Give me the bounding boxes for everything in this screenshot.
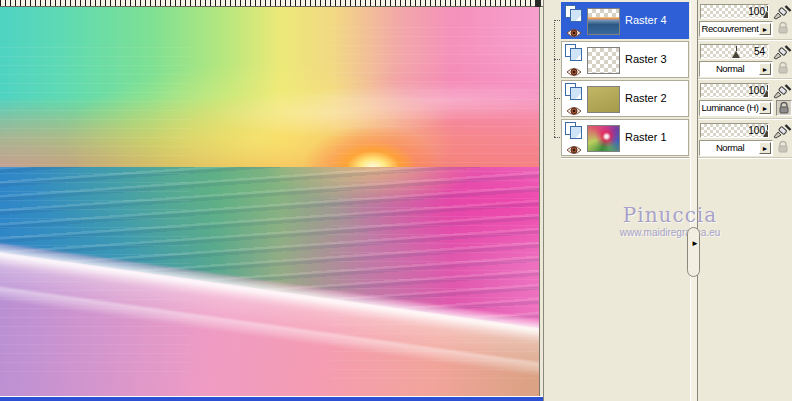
visibility-eye-icon[interactable] — [566, 25, 582, 37]
brush-icon[interactable] — [772, 82, 792, 99]
splitter-arrow-icon: ► — [691, 239, 699, 249]
blend-mode-dropdown[interactable]: Normal ► — [699, 61, 773, 77]
opacity-slider-marker[interactable] — [732, 46, 741, 58]
raster-layer-icon — [565, 44, 583, 61]
blend-mode-value: Normal — [701, 142, 759, 154]
ruler-position-marker — [535, 0, 541, 7]
blend-mode-dropdown[interactable]: Recouvrement ► — [699, 21, 773, 37]
canvas-area — [0, 0, 543, 401]
lock-icon[interactable] — [776, 21, 792, 37]
brush-icon[interactable] — [772, 3, 792, 20]
brush-icon[interactable] — [772, 122, 792, 139]
opacity-slider-marker[interactable] — [763, 85, 769, 97]
layer-thumbnail[interactable] — [587, 47, 620, 74]
layer-thumbnail[interactable] — [587, 125, 620, 152]
layer-thumbnail[interactable] — [587, 86, 620, 113]
blend-mode-dropdown[interactable]: Luminance (H) ► — [699, 100, 773, 116]
blend-mode-value: Normal — [701, 63, 759, 75]
layer-name: Raster 3 — [625, 53, 667, 65]
panel-splitter[interactable]: ► — [690, 0, 698, 401]
blend-mode-value: Luminance (H) — [701, 102, 759, 114]
sky-gradient — [0, 7, 539, 169]
layer-props-raster2: 100 Luminance (H) ► — [698, 82, 792, 118]
opacity-slider[interactable]: 100 — [700, 123, 769, 138]
lock-icon[interactable] — [776, 140, 792, 156]
blend-mode-value: Recouvrement — [701, 23, 759, 35]
layer-row-raster3[interactable]: Raster 3 — [561, 41, 689, 78]
layer-props-raster3: 54 Normal ► — [698, 43, 792, 79]
layer-properties-panel: 100 Recouvrement ► 54 Normal ► — [698, 0, 792, 401]
rows-bottom-divider — [561, 157, 689, 159]
dropdown-arrow-icon[interactable]: ► — [759, 142, 771, 154]
raster-layer-icon — [565, 122, 583, 139]
layer-link-line — [554, 20, 555, 137]
dropdown-arrow-icon[interactable]: ► — [759, 23, 771, 35]
lock-icon[interactable] — [776, 61, 792, 77]
layer-row-raster1[interactable]: Raster 1 — [561, 119, 689, 156]
layer-props-raster4: 100 Recouvrement ► — [698, 3, 792, 39]
layer-thumbnail[interactable] — [587, 8, 620, 35]
brush-icon[interactable] — [772, 43, 792, 60]
layer-row-raster2[interactable]: Raster 2 — [561, 80, 689, 117]
layer-row-raster4[interactable]: Raster 4 — [561, 2, 689, 39]
horizontal-ruler — [0, 0, 543, 7]
visibility-eye-icon[interactable] — [566, 142, 582, 154]
visibility-eye-icon[interactable] — [566, 103, 582, 115]
dropdown-arrow-icon[interactable]: ► — [759, 102, 771, 114]
opacity-slider-marker[interactable] — [763, 6, 769, 18]
raster-layer-icon — [565, 83, 583, 100]
opacity-slider[interactable]: 100 — [700, 4, 769, 19]
layer-name: Raster 4 — [625, 14, 667, 26]
opacity-slider[interactable]: 54 — [700, 44, 769, 59]
visibility-eye-icon[interactable] — [566, 64, 582, 76]
lock-icon[interactable] — [776, 100, 792, 116]
layers-palette: Raster 4 Raster 3 Raster 2 Raster 1 — [543, 0, 690, 401]
splitter-handle[interactable]: ► — [687, 227, 700, 277]
layer-props-raster1: 100 Normal ► — [698, 122, 792, 158]
opacity-slider[interactable]: 100 — [700, 83, 769, 98]
blend-mode-dropdown[interactable]: Normal ► — [699, 140, 773, 156]
window-bottom-border — [0, 396, 543, 401]
opacity-slider-marker[interactable] — [763, 125, 769, 137]
opacity-value: 54 — [754, 45, 765, 58]
layer-name: Raster 1 — [625, 131, 667, 143]
dropdown-arrow-icon[interactable]: ► — [759, 63, 771, 75]
image-canvas[interactable] — [0, 7, 540, 396]
raster-layer-icon — [565, 5, 583, 22]
layer-name: Raster 2 — [625, 92, 667, 104]
